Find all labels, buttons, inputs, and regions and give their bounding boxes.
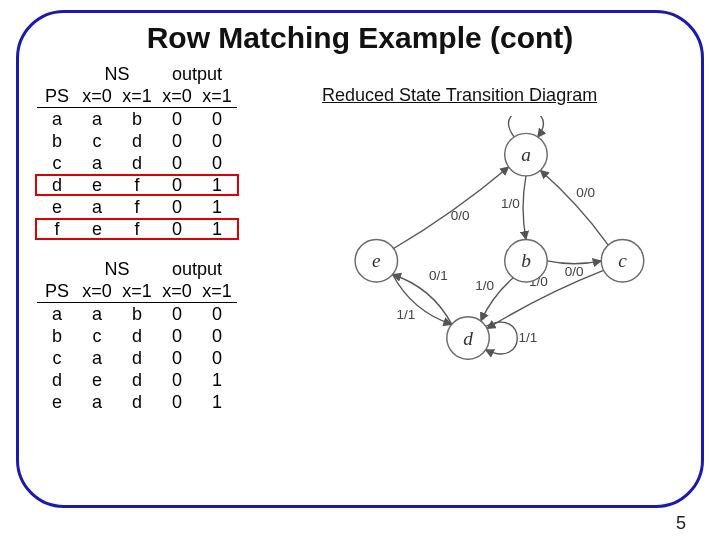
page-number: 5 (676, 513, 686, 534)
diagram-caption: Reduced State Transition Diagram (322, 85, 683, 106)
state-table-2-wrap: NSoutputPSx=0x=1x=0x=1aab00bcd00cad00ded… (37, 258, 317, 413)
svg-text:b: b (521, 250, 531, 271)
right-column: Reduced State Transition Diagram 0/01/00… (317, 63, 683, 396)
svg-text:c: c (618, 250, 627, 271)
svg-text:1/0: 1/0 (475, 278, 494, 293)
svg-text:a: a (521, 144, 531, 165)
svg-text:0/0: 0/0 (451, 208, 470, 223)
left-column: NSoutputPSx=0x=1x=0x=1aab00bcd00cad00def… (37, 63, 317, 431)
svg-text:1/0: 1/0 (501, 196, 520, 211)
svg-text:1/1: 1/1 (519, 330, 538, 345)
state-diagram-svg: 0/01/00/00/01/01/00/00/11/11/1abced (322, 116, 672, 396)
state-table-1: NSoutputPSx=0x=1x=0x=1aab00bcd00cad00def… (37, 63, 237, 240)
svg-text:e: e (372, 250, 381, 271)
state-table-1-wrap: NSoutputPSx=0x=1x=0x=1aab00bcd00cad00def… (37, 63, 317, 240)
state-diagram: 0/01/00/00/01/01/00/00/11/11/1abced (322, 116, 672, 396)
slide-frame: Row Matching Example (cont) NSoutputPSx=… (16, 10, 704, 508)
svg-text:d: d (463, 328, 473, 349)
page-title: Row Matching Example (cont) (37, 21, 683, 55)
svg-text:0/1: 0/1 (429, 268, 448, 283)
state-table-2: NSoutputPSx=0x=1x=0x=1aab00bcd00cad00ded… (37, 258, 237, 413)
svg-text:0/0: 0/0 (565, 264, 584, 279)
svg-text:1/1: 1/1 (397, 307, 416, 322)
content-columns: NSoutputPSx=0x=1x=0x=1aab00bcd00cad00def… (37, 63, 683, 431)
svg-text:0/0: 0/0 (576, 185, 595, 200)
